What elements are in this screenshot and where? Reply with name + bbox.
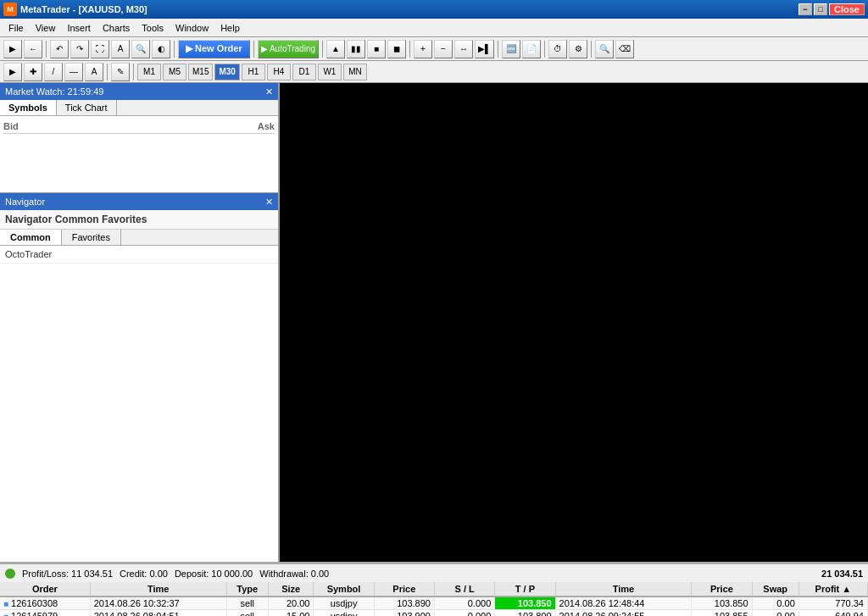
- toolbar-ext[interactable]: ⌫: [615, 40, 634, 58]
- close-button[interactable]: Close: [829, 3, 865, 15]
- market-watch-title: Market Watch: 21:59:49: [5, 86, 103, 97]
- toolbar-chart3[interactable]: ■: [367, 40, 386, 58]
- market-watch-close[interactable]: ✕: [265, 86, 273, 97]
- minimize-button[interactable]: −: [798, 3, 812, 15]
- pnl-text: Profit/Loss: 11 034.51: [22, 569, 113, 579]
- tf-w1[interactable]: W1: [318, 64, 342, 80]
- market-watch-panel: Market Watch: 21:59:49 ✕ Symbols Tick Ch…: [0, 83, 279, 193]
- toolbar-chart4[interactable]: ◼: [387, 40, 406, 58]
- toolbar-b6[interactable]: ◐: [152, 40, 170, 58]
- navigator-panel: Navigator ✕ Navigator Common Favorites C…: [0, 193, 279, 562]
- trade-section: Profit/Loss: 11 034.51 Credit: 0.00 Depo…: [0, 562, 868, 616]
- toolbar-timeframes: ▶ ✚ / ― A ✎ M1 M5 M15 M30 H1 H4 D1 W1 MN: [0, 61, 868, 83]
- navigator-close[interactable]: ✕: [265, 197, 273, 208]
- autotrading-button[interactable]: ▶ AutoTrading: [258, 40, 319, 58]
- status-indicator: [5, 569, 15, 579]
- toolbar-indicator[interactable]: 🆕: [502, 40, 520, 58]
- toolbar-main: ▶ ← ↶ ↷ ⛶ A 🔍 ◐ ▶ New Order ▶ AutoTradin…: [0, 37, 868, 61]
- navigator-subtab: OctoTrader: [0, 246, 278, 264]
- col-swap[interactable]: Swap: [752, 582, 798, 597]
- col-price-close[interactable]: Price: [692, 582, 752, 597]
- tf-h4[interactable]: H4: [267, 64, 291, 80]
- col-time-close[interactable]: Time: [555, 582, 692, 597]
- menu-file[interactable]: File: [3, 21, 29, 35]
- toolbar-clock[interactable]: ⏱: [548, 40, 567, 58]
- draw-crosshair[interactable]: ✚: [24, 63, 42, 81]
- draw-hline[interactable]: ―: [64, 63, 83, 81]
- col-size[interactable]: Size: [269, 582, 314, 597]
- zoom-fit[interactable]: ↔: [454, 40, 473, 58]
- tf-h1[interactable]: H1: [242, 64, 265, 80]
- toolbar-template[interactable]: 📄: [522, 40, 541, 58]
- draw-line[interactable]: /: [44, 63, 63, 81]
- toolbar-chart1[interactable]: ▲: [326, 40, 345, 58]
- tab-tick-chart[interactable]: Tick Chart: [57, 100, 117, 115]
- col-profit[interactable]: Profit ▲: [798, 582, 867, 597]
- toolbar-chart2[interactable]: ▮▮: [347, 40, 365, 58]
- col-time-open[interactable]: Time: [90, 582, 226, 597]
- tf-d1[interactable]: D1: [292, 64, 316, 80]
- market-watch-content: BidAsk: [0, 116, 278, 137]
- toolbar-b2[interactable]: ↷: [70, 40, 89, 58]
- toolbar-options[interactable]: ⚙: [569, 40, 587, 58]
- col-type[interactable]: Type: [226, 582, 269, 597]
- credit-text: Credit: 0.00: [120, 569, 168, 579]
- window-title: MetaTrader - [XAUUSD, M30]: [20, 4, 147, 14]
- menu-window[interactable]: Window: [170, 21, 214, 35]
- navigator-label: Navigator Common Favorites: [0, 210, 278, 230]
- tab-symbols[interactable]: Symbols: [0, 100, 57, 115]
- status-bar: Profit/Loss: 11 034.51 Credit: 0.00 Depo…: [0, 563, 868, 582]
- deposit-text: Deposit: 10 000.00: [175, 569, 253, 579]
- total-text: 21 034.51: [821, 569, 863, 579]
- market-watch-header: Market Watch: 21:59:49 ✕: [0, 83, 278, 100]
- maximize-button[interactable]: □: [814, 3, 827, 15]
- tf-m5[interactable]: M5: [163, 64, 186, 80]
- draw-pointer[interactable]: ▶: [3, 63, 22, 81]
- navigator-header: Navigator ✕: [0, 193, 278, 210]
- navigator-tabs: Common Favorites: [0, 230, 278, 246]
- toolbar-arrow[interactable]: ←: [24, 40, 42, 58]
- draw-pen[interactable]: ✎: [111, 63, 130, 81]
- tab-common[interactable]: Common: [0, 230, 62, 245]
- tf-m1[interactable]: M1: [137, 64, 161, 80]
- title-bar: M MetaTrader - [XAUUSD, M30] − □ Close: [0, 0, 868, 19]
- table-row: ■ 126145979 2014.08.26 08:04:51 sell 15.…: [0, 610, 868, 617]
- toolbar-b4[interactable]: A: [111, 40, 130, 58]
- col-price-open[interactable]: Price: [374, 582, 434, 597]
- col-symbol[interactable]: Symbol: [314, 582, 374, 597]
- trade-table-body: ■ 126160308 2014.08.26 10:32:37 sell 20.…: [0, 597, 868, 616]
- toolbar-b5[interactable]: 🔍: [131, 40, 150, 58]
- col-tp[interactable]: T / P: [495, 582, 555, 597]
- table-header-row: Order Time Type Size Symbol Price S / L …: [0, 582, 868, 597]
- table-row: ■ 126160308 2014.08.26 10:32:37 sell 20.…: [0, 597, 868, 610]
- tab-favorites[interactable]: Favorites: [62, 230, 121, 245]
- toolbar-b3[interactable]: ⛶: [91, 40, 109, 58]
- app-icon: M: [3, 3, 17, 16]
- toolbar-search[interactable]: 🔍: [595, 40, 614, 58]
- navigator-title: Navigator: [5, 197, 45, 207]
- zoom-in[interactable]: +: [414, 40, 432, 58]
- chart-area[interactable]: [280, 83, 868, 562]
- withdrawal-text: Withdrawal: 0.00: [259, 569, 329, 579]
- toolbar-new[interactable]: ▶: [3, 40, 22, 58]
- tf-mn[interactable]: MN: [343, 64, 367, 80]
- trade-table-wrapper[interactable]: Order Time Type Size Symbol Price S / L …: [0, 582, 868, 616]
- scroll-right[interactable]: ▶▌: [475, 40, 494, 58]
- menu-charts[interactable]: Charts: [97, 21, 135, 35]
- menu-help[interactable]: Help: [215, 21, 245, 35]
- tf-m30[interactable]: M30: [214, 64, 239, 80]
- trade-table: Order Time Type Size Symbol Price S / L …: [0, 582, 868, 616]
- menu-bar: File View Insert Charts Tools Window Hel…: [0, 19, 868, 37]
- window-controls: − □ Close: [798, 3, 865, 15]
- tf-m15[interactable]: M15: [188, 64, 213, 80]
- menu-tools[interactable]: Tools: [136, 21, 169, 35]
- market-watch-tabs: Symbols Tick Chart: [0, 100, 278, 116]
- toolbar-b1[interactable]: ↶: [50, 40, 69, 58]
- draw-text[interactable]: A: [85, 63, 103, 81]
- new-order-button[interactable]: ▶ New Order: [178, 40, 250, 58]
- menu-view[interactable]: View: [31, 21, 61, 35]
- menu-insert[interactable]: Insert: [62, 21, 96, 35]
- col-order[interactable]: Order: [0, 582, 90, 597]
- col-sl[interactable]: S / L: [434, 582, 494, 597]
- zoom-out[interactable]: −: [434, 40, 453, 58]
